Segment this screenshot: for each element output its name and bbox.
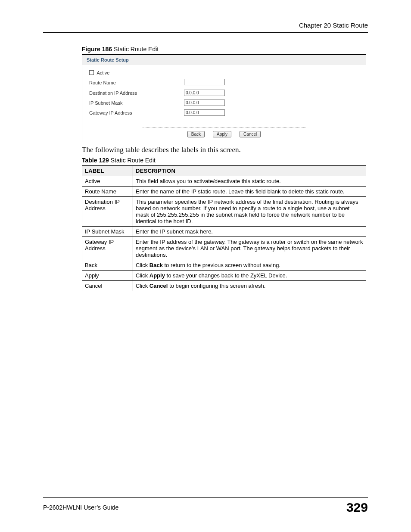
figure-number: Figure 186 [82,46,112,53]
cell-label: Active [82,176,133,187]
gateway-label: Gateway IP Address [89,110,184,115]
cell-label: Route Name [82,187,133,197]
active-checkbox[interactable] [89,70,94,75]
footer-guide: P-2602HWLNI User’s Guide [43,504,118,511]
cell-label: Destination IP Address [82,197,133,227]
chapter-header: Chapter 20 Static Route [43,22,368,32]
table-caption: Table 129 Static Route Edit [82,157,368,164]
table-row: Gateway IP Address Enter the IP address … [82,237,366,260]
cell-label: IP Subnet Mask [82,227,133,237]
table-row: Active This field allows you to activate… [82,176,366,187]
cell-desc: Enter the name of the IP static route. L… [133,187,366,197]
back-button[interactable]: Back [187,131,205,137]
table-row: Back Click Back to return to the previou… [82,260,366,271]
separator [143,127,305,128]
intro-paragraph: The following table describes the labels… [82,146,368,154]
route-name-input[interactable] [184,79,225,85]
page-number: 329 [346,500,368,515]
dest-ip-input[interactable]: 0.0.0.0 [184,90,225,96]
cell-desc: Enter the IP subnet mask here. [133,227,366,237]
table-row: Destination IP Address This parameter sp… [82,197,366,227]
active-label: Active [97,70,109,75]
table-row: Cancel Click Cancel to begin configuring… [82,281,366,291]
figure-caption: Figure 186 Static Route Edit [82,46,368,53]
cell-desc: Click Apply to save your changes back to… [133,271,366,281]
subnet-input[interactable]: 0.0.0.0 [184,100,225,106]
th-label: LABEL [82,166,133,176]
cell-desc: This parameter specifies the IP network … [133,197,366,227]
subnet-label: IP Subnet Mask [89,100,184,106]
cell-label: Gateway IP Address [82,237,133,260]
dest-ip-label: Destination IP Address [89,90,184,96]
figure-title: Static Route Edit [112,46,159,53]
cell-label: Cancel [82,281,133,291]
header-rule [43,32,368,33]
th-desc: DESCRIPTION [133,166,366,176]
table-row: Apply Click Apply to save your changes b… [82,271,366,281]
cell-desc: Enter the IP address of the gateway. The… [133,237,366,260]
gateway-input[interactable]: 0.0.0.0 [184,109,225,116]
description-table: LABEL DESCRIPTION Active This field allo… [82,165,366,291]
cancel-button[interactable]: Cancel [240,131,261,137]
apply-button[interactable]: Apply [213,131,231,137]
route-name-label: Route Name [89,80,184,85]
cell-label: Back [82,260,133,271]
table-row: IP Subnet Mask Enter the IP subnet mask … [82,227,366,237]
footer-rule [43,497,368,498]
cell-label: Apply [82,271,133,281]
cell-desc: Click Cancel to begin configuring this s… [133,281,366,291]
panel-title: Static Route Setup [82,55,366,65]
table-number: Table 129 [82,157,109,164]
table-title: Static Route Edit [109,157,156,164]
cell-desc: Click Back to return to the previous scr… [133,260,366,271]
table-row: Route Name Enter the name of the IP stat… [82,187,366,197]
figure-panel: Static Route Setup Active Route Name Des… [82,54,366,142]
cell-desc: This field allows you to activate/deacti… [133,176,366,187]
